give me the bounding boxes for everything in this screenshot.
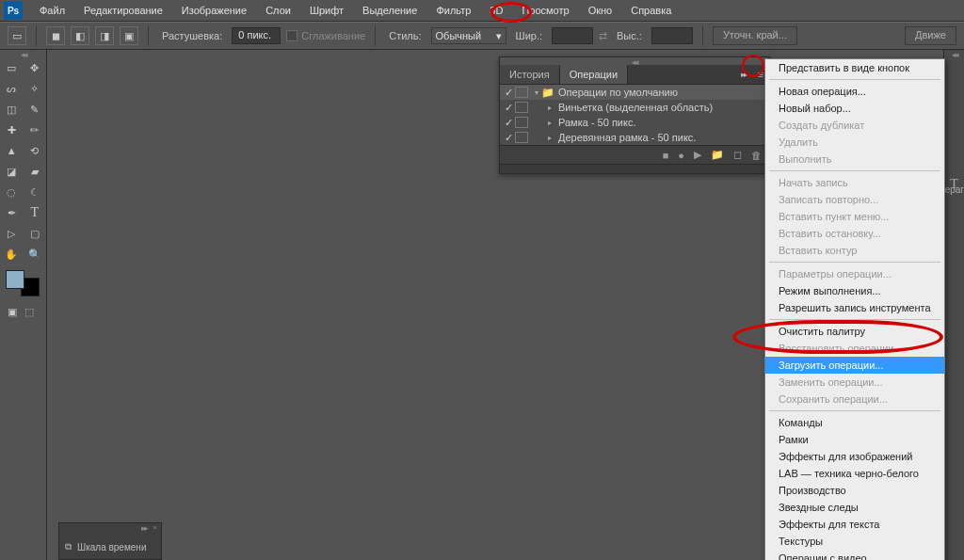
refine-edge-button[interactable]: Уточн. край... — [713, 26, 797, 45]
eyedropper-tool-icon[interactable]: ✎ — [24, 99, 47, 120]
type-tool-icon[interactable]: T — [24, 202, 47, 223]
fly-reset-actions[interactable]: Восстановить операции — [765, 340, 944, 357]
menu-file[interactable]: Файл — [30, 1, 74, 20]
fly-video-actions[interactable]: Операции с видео — [765, 550, 944, 560]
timeline-close-icon[interactable]: × — [153, 523, 157, 535]
menu-select[interactable]: Выделение — [353, 1, 426, 20]
healing-brush-tool-icon[interactable]: ✚ — [0, 120, 24, 140]
path-select-tool-icon[interactable]: ▷ — [0, 223, 24, 244]
action-row[interactable]: ✓ ▸ Виньетка (выделенная область) — [500, 100, 769, 115]
fly-insert-stop: Вставить остановку... — [765, 225, 944, 242]
height-label: Выс.: — [617, 30, 642, 41]
menu-view[interactable]: Просмотр — [512, 1, 578, 20]
timeline-collapse-icon[interactable]: ▸▸ — [141, 523, 147, 535]
blur-tool-icon[interactable]: ◌ — [0, 182, 24, 202]
move-tool-icon[interactable]: ▭ — [0, 57, 24, 78]
selection-subtract-icon[interactable]: ◨ — [95, 26, 114, 45]
menu-3d[interactable]: 3D — [480, 1, 512, 20]
new-folder-icon[interactable]: 📁 — [711, 149, 724, 161]
dodge-tool-icon[interactable]: ☾ — [24, 182, 47, 202]
fly-production[interactable]: Производство — [765, 482, 944, 499]
record-icon[interactable]: ● — [678, 150, 684, 161]
width-input — [552, 27, 593, 44]
style-label: Стиль: — [389, 30, 421, 41]
fly-text-effects[interactable]: Эффекты для текста — [765, 516, 944, 533]
options-bar: ▭ ◼ ◧ ◨ ▣ Растушевка: 0 пикс. Сглаживани… — [0, 22, 964, 50]
panel-collapse-icon[interactable]: ▸▸ — [735, 70, 752, 79]
screenmode-icon[interactable]: ⬚ — [24, 306, 34, 318]
action-set-row[interactable]: ✓ ▾📁 Операции по умолчанию — [500, 85, 769, 100]
fly-textures[interactable]: Текстуры — [765, 533, 944, 550]
zoom-tool-icon[interactable]: 🔍 — [24, 244, 47, 264]
brush-tool-icon[interactable]: ✏ — [24, 120, 47, 140]
gradient-tool-icon[interactable]: ▰ — [24, 161, 47, 182]
fly-lab-bw[interactable]: LAB — техника черно-белого — [765, 465, 944, 482]
clone-stamp-tool-icon[interactable]: ▲ — [0, 140, 24, 161]
right-panel-strip: ◂◂ T — [943, 50, 964, 560]
fly-star-trails[interactable]: Звездные следы — [765, 499, 944, 516]
fly-button-mode[interactable]: Представить в виде кнопок — [765, 59, 944, 76]
eraser-tool-icon[interactable]: ◪ — [0, 161, 24, 182]
feather-input[interactable]: 0 пикс. — [232, 27, 281, 44]
menu-layers[interactable]: Слои — [256, 1, 300, 20]
pen-tool-icon[interactable]: ✒ — [0, 202, 24, 223]
fly-clear-actions[interactable]: Очистить палитру — [765, 323, 944, 340]
fly-allow-tool-record[interactable]: Разрешить запись инструмента — [765, 299, 944, 316]
fly-playback-options[interactable]: Режим выполнения... — [765, 282, 944, 299]
fly-image-effects[interactable]: Эффекты для изображений — [765, 448, 944, 465]
fly-commands[interactable]: Команды — [765, 414, 944, 431]
play-icon[interactable]: ▶ — [694, 149, 701, 161]
fly-frames[interactable]: Рамки — [765, 431, 944, 448]
lasso-tool-icon[interactable]: ᔕ — [0, 78, 24, 99]
tab-actions[interactable]: Операции — [560, 65, 628, 84]
hand-tool-icon[interactable]: ✋ — [0, 244, 24, 264]
selection-intersect-icon[interactable]: ▣ — [120, 26, 138, 45]
style-select[interactable]: Обычный▾ — [431, 27, 506, 44]
fly-action-options: Параметры операции... — [765, 265, 944, 282]
crop-tool-icon[interactable]: ◫ — [0, 99, 24, 120]
fly-start-record: Начать запись — [765, 174, 944, 191]
fly-new-action[interactable]: Новая операция... — [765, 83, 944, 100]
fly-insert-menu: Вставить пункт меню... — [765, 208, 944, 225]
menu-filter[interactable]: Фильтр — [426, 1, 480, 20]
action-row[interactable]: ✓ ▸ Рамка - 50 пикс. — [500, 115, 769, 130]
trash-icon[interactable]: 🗑 — [751, 150, 762, 161]
fly-new-set[interactable]: Новый набор... — [765, 100, 944, 117]
actions-flyout-menu: Представить в виде кнопок Новая операция… — [764, 58, 945, 560]
marquee-tool-icon[interactable]: ✥ — [24, 57, 47, 78]
fly-insert-path: Вставить контур — [765, 242, 944, 259]
timeline-icon: ⧉ — [65, 541, 72, 552]
stop-icon[interactable]: ■ — [663, 150, 669, 161]
checkbox-icon — [286, 30, 297, 41]
tools-panel: ◂◂ ▭ ✥ ᔕ ✧ ◫ ✎ ✚ ✏ ▲ ⟲ ◪ ▰ ◌ ☾ ✒ T ▷ ▢ ✋… — [0, 50, 47, 560]
new-action-icon[interactable]: ◻ — [733, 149, 742, 161]
history-brush-tool-icon[interactable]: ⟲ — [24, 140, 47, 161]
menu-bar: Ps Файл Редактирование Изображение Слои … — [0, 0, 964, 22]
menu-image[interactable]: Изображение — [172, 1, 256, 20]
shape-tool-icon[interactable]: ▢ — [24, 223, 47, 244]
motion-button[interactable]: Движе — [905, 26, 956, 45]
marquee-tool-preset-icon[interactable]: ▭ — [8, 26, 26, 45]
panel-scrollbar[interactable] — [500, 164, 769, 173]
magic-wand-tool-icon[interactable]: ✧ — [24, 78, 47, 99]
color-swatches[interactable] — [6, 270, 40, 296]
menu-type[interactable]: Шрифт — [300, 1, 353, 20]
timeline-label[interactable]: Шкала времени — [77, 542, 146, 552]
menu-edit[interactable]: Редактирование — [74, 1, 172, 20]
fly-load-actions[interactable]: Загрузить операции... — [765, 357, 944, 374]
selection-add-icon[interactable]: ◧ — [71, 26, 89, 45]
action-row[interactable]: ✓ ▸ Деревянная рамка - 50 пикс. — [500, 130, 769, 145]
actions-panel-footer: ■ ● ▶ 📁 ◻ 🗑 — [500, 145, 769, 164]
fly-duplicate: Создать дубликат — [765, 117, 944, 134]
tab-history[interactable]: История — [500, 65, 560, 84]
actions-panel: ◂◂ История Операции ▸▸ ≡ ✓ ▾📁 Операции п… — [499, 56, 770, 174]
antialias-checkbox: Сглаживание — [286, 30, 365, 41]
quickmask-icon[interactable]: ▣ — [8, 306, 17, 318]
menu-help[interactable]: Справка — [621, 1, 681, 20]
fly-replace-actions[interactable]: Заменить операции... — [765, 374, 944, 391]
fly-play: Выполнить — [765, 151, 944, 168]
fg-color-swatch[interactable] — [6, 270, 24, 289]
menu-window[interactable]: Окно — [579, 1, 622, 20]
selection-new-icon[interactable]: ◼ — [46, 26, 65, 45]
height-input — [651, 27, 693, 44]
